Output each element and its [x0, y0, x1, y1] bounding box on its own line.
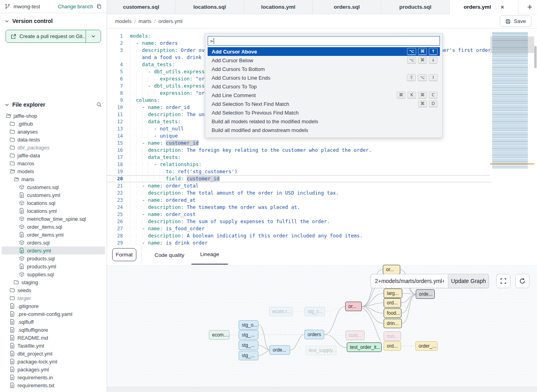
fullscreen-button[interactable] — [496, 274, 510, 288]
new-tab-button[interactable]: + — [527, 3, 532, 11]
tree-item-order-items-sql[interactable]: order_items.sql — [2, 223, 105, 231]
lineage-node-test-supply-[interactable]: test_supply... — [306, 346, 336, 355]
tree-item-taskfile-yml[interactable]: Taskfile.yml — [2, 342, 105, 350]
tab-orders-sql[interactable]: orders.sql — [313, 0, 381, 14]
tree-item-products-sql[interactable]: products.sql — [2, 254, 105, 262]
lineage-node-stg-[interactable]: stg_... — [239, 351, 258, 360]
tree-item-packages-yml[interactable]: packages.yml — [2, 365, 105, 373]
code-line[interactable]: 17 data_tests: — [107, 154, 491, 161]
lineage-node-ord-[interactable]: ord... — [384, 341, 401, 351]
tree-item-supplies-sql[interactable]: supplies.sql — [2, 270, 105, 278]
refresh-graph-button[interactable] — [515, 274, 529, 288]
tree-item-package-lock-yml[interactable]: package-lock.yml — [2, 358, 105, 365]
command-palette-input[interactable]: > — [208, 36, 440, 46]
tree-item-data-tests[interactable]: data-tests — [2, 136, 105, 143]
tree-item-locations-sql[interactable]: locations.sql — [2, 199, 105, 207]
tree-item-jaffle-shop[interactable]: jaffle-shop — [2, 112, 105, 120]
palette-item[interactable]: Add Selection To Next Find Match⌘D — [208, 99, 440, 108]
tree-item-readme-md[interactable]: README.md — [2, 334, 105, 342]
copy-icon[interactable] — [96, 4, 102, 9]
tab-code-quality[interactable]: Code quality — [154, 245, 185, 265]
code-editor[interactable]: 1models:2 - name: orders3 description: O… — [107, 29, 537, 273]
minimap-viewport[interactable] — [490, 36, 534, 53]
chevron-down-icon[interactable] — [5, 103, 9, 107]
lineage-node-stg-[interactable]: stg_... — [239, 340, 258, 350]
lineage-node-test-order-it-[interactable]: test_order_it... — [347, 342, 382, 352]
palette-item[interactable]: Add Cursor Below⌥⌘↓ — [208, 56, 440, 65]
tree-item-target[interactable]: target — [2, 294, 105, 302]
lineage-node-cus-[interactable]: cus... — [384, 331, 401, 341]
format-button[interactable]: Format — [112, 248, 136, 261]
tab-customers-sql[interactable]: customers.sql — [107, 0, 176, 14]
palette-item[interactable]: Add Cursors To Bottom — [208, 65, 440, 73]
tree-item--gitignore[interactable]: .gitignore — [2, 302, 105, 310]
change-branch-link[interactable]: Change branch — [58, 4, 93, 10]
lineage-node-stg-[interactable]: stg_... — [239, 330, 258, 340]
palette-item[interactable]: Add Cursors to Line Ends⇧⌥I — [208, 73, 440, 82]
minimap[interactable] — [490, 31, 534, 180]
tree-item-models[interactable]: models — [2, 167, 105, 175]
lineage-selector-input[interactable] — [371, 274, 448, 288]
tree-item--sqlfluff[interactable]: .sqlfluff — [2, 318, 105, 326]
palette-item[interactable]: Add Cursors To Top — [208, 82, 440, 91]
lineage-node-orde-[interactable]: orde... — [269, 345, 290, 355]
tree-item-customers-yml[interactable]: customers.yml — [2, 191, 105, 199]
code-line[interactable]: 28 description: A boolean indicating if … — [107, 232, 491, 239]
tab-products-sql[interactable]: products.sql — [381, 0, 450, 14]
palette-item[interactable]: Add Selection To Previous Find Match — [208, 108, 440, 117]
chevron-down-icon[interactable] — [5, 19, 9, 23]
tree-item-seeds[interactable]: seeds — [2, 286, 105, 294]
palette-item[interactable]: Build all models related to the modified… — [208, 117, 440, 126]
tree-item-dbt-packages[interactable]: dbt_packages — [2, 143, 105, 151]
lineage-node-ord-[interactable]: ord... — [384, 298, 401, 308]
create-pr-button[interactable]: Create a pull request on Git... — [6, 30, 86, 42]
code-line[interactable]: 20 field: customer_id — [107, 175, 491, 182]
tree-item--github[interactable]: .github — [2, 120, 105, 128]
tab-locations-yml[interactable]: locations.yml — [244, 0, 313, 14]
tab-orders-yml[interactable]: orders.yml× — [450, 0, 518, 14]
tab-locations-sql[interactable]: locations.sql — [176, 0, 244, 14]
close-tab-icon[interactable]: × — [501, 4, 504, 10]
code-line[interactable]: 18 - relationships: — [107, 161, 491, 168]
code-line[interactable]: 25 - name: order_cost — [107, 211, 491, 218]
tree-item-customers-sql[interactable]: customers.sql — [2, 183, 105, 191]
lineage-node-larg-[interactable]: larg... — [384, 289, 402, 298]
code-line[interactable]: 26 description: The sum of supply expens… — [107, 218, 491, 225]
palette-item[interactable]: Add Cursor Above⌥⌘↑ — [208, 47, 440, 56]
tree-item-staging[interactable]: staging — [2, 278, 105, 286]
search-icon[interactable] — [96, 102, 102, 107]
lineage-scroll-track[interactable] — [107, 387, 537, 392]
tree-item-dbt-project-yml[interactable]: dbt_project.yml — [2, 350, 105, 358]
tree-item-products-yml[interactable]: products.yml — [2, 262, 105, 270]
tree-item-macros[interactable]: macros — [2, 159, 105, 167]
lineage-node-ecom-[interactable]: ecom.... — [209, 330, 229, 340]
code-line[interactable]: 27 - name: is_food_order — [107, 225, 491, 232]
code-line[interactable]: 19 to: ref('stg_customers') — [107, 168, 491, 175]
tree-item-analyses[interactable]: analyses — [2, 128, 105, 136]
tree-item-requirements-in[interactable]: requirements.in — [2, 373, 105, 381]
tree-item-metricflow-time-spine-sql[interactable]: metricflow_time_spine.sql — [2, 215, 105, 223]
palette-item[interactable]: Add Line Comment⌘K⌘C — [208, 91, 440, 99]
lineage-node-order-[interactable]: order_... — [415, 341, 438, 351]
palette-item[interactable]: Build all modified and downstream models — [208, 126, 440, 134]
tree-item-locations-yml[interactable]: locations.yml — [2, 207, 105, 215]
code-line[interactable]: 22 description: The total amount of the … — [107, 189, 491, 197]
pr-dropdown-button[interactable] — [86, 30, 101, 42]
scrollbar-thumb[interactable] — [534, 46, 537, 68]
code-line[interactable]: 23 - name: ordered_at — [107, 197, 491, 204]
lineage-node-drin-[interactable]: drin... — [384, 319, 402, 328]
tree-item-marts[interactable]: marts — [2, 175, 105, 183]
tree-item-orders-sql[interactable]: orders.sql — [2, 239, 105, 247]
tree-item--sqlfluffignore[interactable]: .sqlfluffignore — [2, 326, 105, 334]
code-line[interactable]: 15 - name: customer_id — [107, 140, 491, 147]
save-button[interactable]: Save — [500, 15, 531, 27]
lineage-node-food-[interactable]: food... — [384, 308, 401, 318]
code-line[interactable]: 24 description: The timestamp the order … — [107, 204, 491, 211]
update-graph-button[interactable]: Update Graph — [448, 274, 489, 288]
lineage-node-cust-[interactable]: cust... — [346, 331, 365, 340]
lineage-node-stg-o-[interactable]: stg_o... — [239, 320, 258, 330]
code-line[interactable]: 21 - name: order_total — [107, 182, 491, 189]
lineage-node-or-[interactable]: or... — [345, 302, 362, 311]
lineage-node-stg-c-[interactable]: stg_c... — [304, 307, 325, 316]
tree-item-jaffle-data[interactable]: jaffle-data — [2, 151, 105, 159]
